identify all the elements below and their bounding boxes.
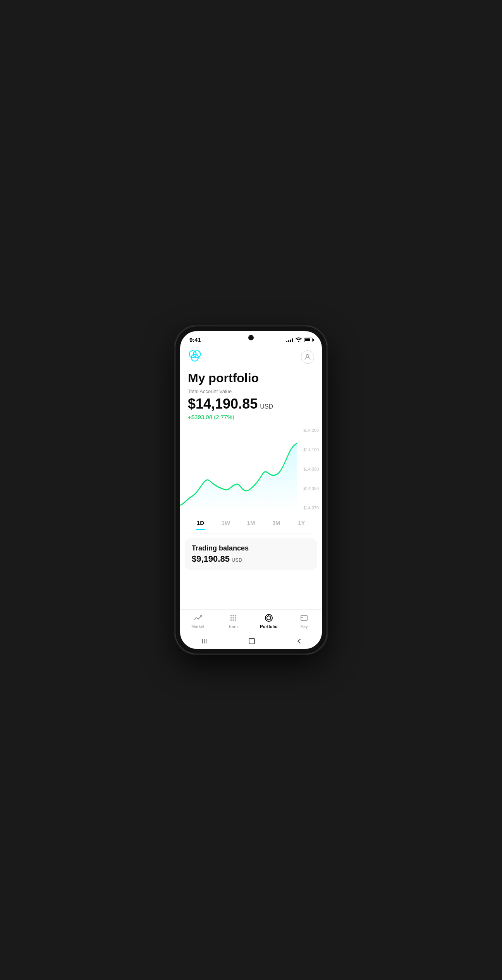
svg-point-12 xyxy=(235,619,236,621)
page-title: My portfolio xyxy=(188,371,314,385)
chart-label-2: $14,100 xyxy=(301,447,319,452)
pay-icon xyxy=(299,613,309,623)
account-value-label: Total Account Value xyxy=(188,388,314,394)
battery-icon xyxy=(304,338,313,342)
camera-notch xyxy=(248,335,254,340)
svg-rect-20 xyxy=(206,639,206,644)
android-menu-icon xyxy=(200,638,208,644)
nav-market[interactable]: Market xyxy=(180,613,216,629)
signal-icon xyxy=(286,338,293,342)
phone-frame: 9:41 xyxy=(175,326,327,654)
portfolio-chart xyxy=(180,426,299,512)
trading-title: Trading balances xyxy=(192,544,310,552)
account-value-amount: $14,190.85 xyxy=(188,396,258,412)
tab-1y[interactable]: 1Y xyxy=(289,516,314,530)
trading-amount: $9,190.85 xyxy=(192,554,230,564)
nav-pay-label: Pay xyxy=(301,624,308,629)
market-icon xyxy=(193,613,203,623)
svg-rect-18 xyxy=(202,639,203,644)
svg-point-7 xyxy=(230,617,232,619)
tab-3m[interactable]: 3M xyxy=(264,516,289,530)
nav-pay[interactable]: Pay xyxy=(287,613,322,629)
svg-point-3 xyxy=(306,354,309,357)
chart-y-labels: $14,200 $14,100 $14,090 $14,080 $14,070 xyxy=(298,426,322,512)
portfolio-icon xyxy=(264,613,274,623)
tab-1m[interactable]: 1M xyxy=(238,516,263,530)
tab-1w[interactable]: 1W xyxy=(213,516,238,530)
svg-point-9 xyxy=(235,617,236,619)
main-content: My portfolio Total Account Value $14,190… xyxy=(180,346,322,609)
nav-portfolio-label: Portfolio xyxy=(260,624,277,629)
chart-label-3: $14,090 xyxy=(301,467,319,471)
svg-point-14 xyxy=(267,616,271,620)
chart-label-top: $14,200 xyxy=(301,428,319,433)
trading-value: $9,190.85 USD xyxy=(192,554,310,564)
status-icons xyxy=(286,337,313,343)
chart-container: $14,200 $14,100 $14,090 $14,080 $14,070 xyxy=(180,426,322,512)
tab-1d[interactable]: 1D xyxy=(188,516,213,530)
account-currency: USD xyxy=(260,403,273,410)
home-indicator xyxy=(180,634,322,649)
svg-point-10 xyxy=(230,619,232,621)
profile-button[interactable] xyxy=(301,350,314,364)
svg-rect-16 xyxy=(301,616,308,621)
trading-currency: USD xyxy=(232,557,242,563)
status-time: 9:41 xyxy=(189,336,201,343)
nav-earn[interactable]: Earn xyxy=(216,613,251,629)
android-home-icon[interactable] xyxy=(248,637,256,645)
chart-label-4: $14,080 xyxy=(301,486,319,491)
nav-earn-label: Earn xyxy=(229,624,238,629)
wifi-icon xyxy=(296,337,302,343)
app-logo xyxy=(188,349,202,365)
svg-point-8 xyxy=(232,617,234,619)
chart-label-5: $14,070 xyxy=(301,506,319,510)
header xyxy=(180,346,322,369)
nav-portfolio[interactable]: Portfolio xyxy=(251,613,287,629)
svg-point-4 xyxy=(230,615,232,617)
time-period-tabs: 1D 1W 1M 3M 1Y xyxy=(180,512,322,530)
bottom-navigation: Market Earn xyxy=(180,609,322,634)
portfolio-section: My portfolio Total Account Value $14,190… xyxy=(180,369,322,420)
phone-screen: 9:41 xyxy=(180,331,322,649)
svg-point-5 xyxy=(232,615,234,617)
svg-point-11 xyxy=(232,619,234,621)
nav-market-label: Market xyxy=(191,624,205,629)
account-change: +$393.08 (2.77%) xyxy=(188,414,314,420)
account-value: $14,190.85 USD xyxy=(188,396,314,412)
svg-point-6 xyxy=(235,615,236,617)
section-divider xyxy=(188,533,314,533)
earn-icon xyxy=(228,613,238,623)
trading-balances-card: Trading balances $9,190.85 USD xyxy=(185,538,317,570)
android-back-icon[interactable] xyxy=(296,638,302,644)
svg-rect-21 xyxy=(249,638,254,644)
svg-rect-19 xyxy=(204,639,205,644)
